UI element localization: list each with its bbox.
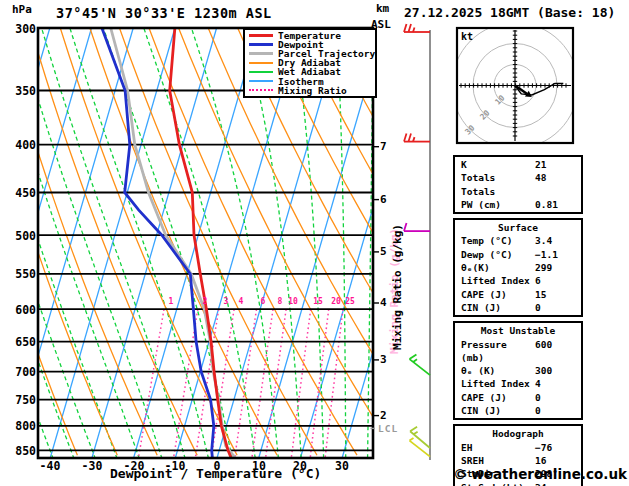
stat-row: CIN (J)0 bbox=[455, 404, 581, 417]
stat-label: CIN (J) bbox=[461, 301, 535, 314]
pressure-tick-label: 550 bbox=[6, 267, 36, 281]
stat-value: −1.1 bbox=[535, 248, 558, 261]
stat-row: CIN (J)0 bbox=[455, 301, 581, 314]
stat-label: Pressure (mb) bbox=[461, 338, 535, 365]
stat-row: CAPE (J)15 bbox=[455, 288, 581, 301]
stat-value: 299 bbox=[535, 261, 552, 274]
legend-swatch-dry-adiabat bbox=[249, 62, 273, 64]
legend-swatch-dewpoint bbox=[249, 43, 273, 46]
stat-row: Totals Totals48 bbox=[455, 171, 581, 198]
stat-row: EH−76 bbox=[455, 441, 581, 454]
km-tick-label: 5 bbox=[380, 245, 387, 258]
stat-row: θₑ(K)299 bbox=[455, 261, 581, 274]
stat-label: K bbox=[461, 158, 535, 171]
legend-swatch-isotherm bbox=[249, 80, 273, 82]
temp-tick-label: 30 bbox=[321, 459, 363, 473]
legend-item: Mixing Ratio bbox=[249, 86, 372, 95]
stat-row: CAPE (J)0 bbox=[455, 391, 581, 404]
stat-value: 21 bbox=[535, 158, 546, 171]
legend-swatch-wet-adiabat bbox=[249, 71, 273, 73]
pressure-tick-label: 750 bbox=[6, 393, 36, 407]
stat-value: 3.4 bbox=[535, 234, 552, 247]
stat-label: PW (cm) bbox=[461, 198, 535, 211]
stat-label: CIN (J) bbox=[461, 404, 535, 417]
km-tick-label: 2 bbox=[380, 409, 387, 422]
stat-row: Pressure (mb)600 bbox=[455, 338, 581, 365]
stat-label: Totals Totals bbox=[461, 171, 535, 198]
legend-label: Mixing Ratio bbox=[278, 86, 347, 95]
mixing-ratio-value-label: 15 bbox=[309, 297, 327, 306]
pressure-tick-label: 700 bbox=[6, 365, 36, 379]
km-tick-label: 6 bbox=[380, 193, 387, 206]
stat-value: 0 bbox=[535, 391, 541, 404]
stat-label: EH bbox=[461, 441, 535, 454]
stat-value: −76 bbox=[535, 441, 552, 454]
stat-value: 0.81 bbox=[535, 198, 558, 211]
stats-box-most-unstable: Most UnstablePressure (mb)600θₑ (K)300Li… bbox=[453, 321, 583, 420]
station-title: 37°45'N 30°33'E 1230m ASL bbox=[56, 5, 272, 21]
pressure-tick-label: 500 bbox=[6, 229, 36, 243]
stats-box-title: Surface bbox=[455, 221, 581, 234]
stats-box-title: Hodograph bbox=[455, 427, 581, 440]
stat-label: CAPE (J) bbox=[461, 288, 535, 301]
stats-panel: K21Totals Totals48PW (cm)0.81SurfaceTemp… bbox=[453, 155, 583, 486]
mixing-ratio-axis-label: Mixing Ratio (g/kg) bbox=[391, 224, 404, 350]
stat-row: PW (cm)0.81 bbox=[455, 198, 581, 211]
legend-swatch-temperature bbox=[249, 34, 273, 37]
stat-value: 6 bbox=[535, 274, 541, 287]
legend-swatch-mixing-ratio bbox=[249, 89, 273, 91]
stats-box-surface: SurfaceTemp (°C)3.4Dewp (°C)−1.1θₑ(K)299… bbox=[453, 218, 583, 317]
km-tick-label: 3 bbox=[380, 353, 387, 366]
stat-label: Lifted Index bbox=[461, 274, 535, 287]
legend: TemperatureDewpointParcel TrajectoryDry … bbox=[243, 28, 377, 98]
altitude-axis-unit-km: km bbox=[376, 2, 389, 15]
km-tick-label: 7 bbox=[380, 140, 387, 153]
stat-value: 15 bbox=[535, 288, 546, 301]
stat-label: Temp (°C) bbox=[461, 234, 535, 247]
mixing-ratio-value-label: 1 bbox=[162, 297, 180, 306]
stat-label: Lifted Index bbox=[461, 377, 535, 390]
mixing-ratio-value-label: 6 bbox=[254, 297, 272, 306]
pressure-tick-label: 450 bbox=[6, 186, 36, 200]
stat-row: θₑ (K)300 bbox=[455, 364, 581, 377]
stat-value: 48 bbox=[535, 171, 546, 198]
legend-swatch-parcel-trajectory bbox=[249, 52, 273, 55]
stat-row: K21 bbox=[455, 158, 581, 171]
stat-value: 300 bbox=[535, 364, 552, 377]
lcl-marker-label: LCL bbox=[378, 423, 398, 434]
stat-row: Temp (°C)3.4 bbox=[455, 234, 581, 247]
credit-text: © weatheronline.co.uk bbox=[453, 466, 627, 482]
datetime-title: 27.12.2025 18GMT (Base: 18) bbox=[404, 5, 615, 20]
temp-tick-label: -40 bbox=[29, 459, 71, 473]
pressure-tick-label: 350 bbox=[6, 84, 36, 98]
mixing-ratio-value-label: 2 bbox=[196, 297, 214, 306]
pressure-tick-label: 800 bbox=[6, 419, 36, 433]
pressure-tick-label: 650 bbox=[6, 335, 36, 349]
mixing-ratio-value-label: 4 bbox=[232, 297, 250, 306]
skewt-sounding-page: hPa 37°45'N 30°33'E 1230m ASL km ASL 27.… bbox=[0, 0, 629, 486]
stat-value: 0 bbox=[535, 301, 541, 314]
pressure-axis-unit: hPa bbox=[12, 3, 32, 16]
stat-row: Dewp (°C)−1.1 bbox=[455, 248, 581, 261]
pressure-tick-label: 600 bbox=[6, 303, 36, 317]
stat-value: 600 bbox=[535, 338, 552, 365]
wind-barb-column bbox=[404, 24, 430, 460]
stat-row: Lifted Index6 bbox=[455, 274, 581, 287]
stat-row: Lifted Index4 bbox=[455, 377, 581, 390]
stat-value: 4 bbox=[535, 377, 541, 390]
temp-tick-label: -30 bbox=[71, 459, 113, 473]
stats-box-title: Most Unstable bbox=[455, 324, 581, 337]
stat-value: 0 bbox=[535, 404, 541, 417]
pressure-tick-label: 400 bbox=[6, 138, 36, 152]
stat-label: θₑ (K) bbox=[461, 364, 535, 377]
mixing-ratio-value-label: 25 bbox=[341, 297, 359, 306]
stat-label: CAPE (J) bbox=[461, 391, 535, 404]
stats-box: K21Totals Totals48PW (cm)0.81 bbox=[453, 155, 583, 214]
pressure-tick-label: 300 bbox=[6, 22, 36, 36]
pressure-tick-label: 850 bbox=[6, 444, 36, 458]
x-axis-label: Dewpoint / Temperature (°C) bbox=[110, 466, 321, 481]
mixing-ratio-value-label: 10 bbox=[284, 297, 302, 306]
stat-label: θₑ(K) bbox=[461, 261, 535, 274]
stat-label: Dewp (°C) bbox=[461, 248, 535, 261]
hodograph-unit-label: kt bbox=[461, 31, 473, 42]
